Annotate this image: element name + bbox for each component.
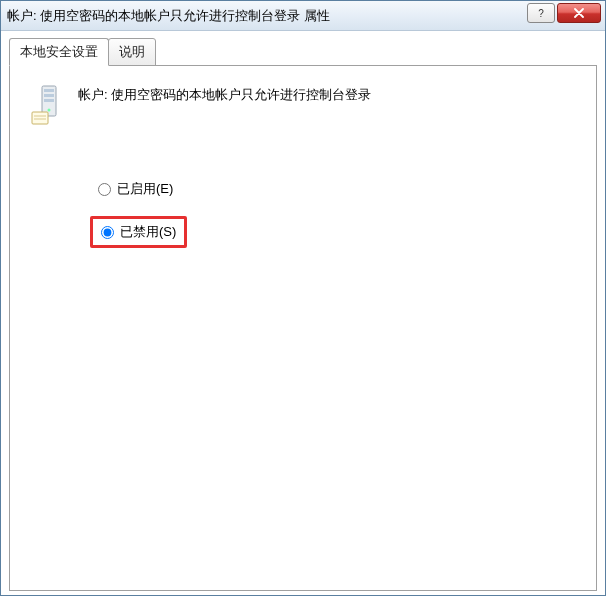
svg-rect-2 [44,94,54,97]
help-button[interactable]: ? [527,3,555,23]
titlebar-text: 帐户: 使用空密码的本地帐户只允许进行控制台登录 属性 [7,7,330,25]
svg-point-4 [48,109,51,112]
radio-enabled-input[interactable] [98,183,111,196]
radio-enabled[interactable]: 已启用(E) [90,176,576,202]
policy-title: 帐户: 使用空密码的本地帐户只允许进行控制台登录 [78,84,371,104]
tab-panel-security: 帐户: 使用空密码的本地帐户只允许进行控制台登录 已启用(E) 已禁用(S) [9,65,597,591]
policy-header: 帐户: 使用空密码的本地帐户只允许进行控制台登录 [30,84,576,128]
tab-strip: 本地安全设置 说明 [9,37,597,65]
titlebar[interactable]: 帐户: 使用空密码的本地帐户只允许进行控制台登录 属性 ? [1,1,605,31]
tab-security-settings[interactable]: 本地安全设置 [9,38,109,66]
svg-rect-3 [44,99,54,102]
svg-rect-5 [32,112,48,124]
content-area: 本地安全设置 说明 帐户: 使用空密码的本地帐户 [1,31,605,595]
radio-enabled-label: 已启用(E) [117,180,173,198]
radio-disabled-input[interactable] [101,226,114,239]
tab-description[interactable]: 说明 [108,38,156,66]
radio-group: 已启用(E) 已禁用(S) [90,176,576,258]
policy-server-icon [30,84,66,128]
properties-dialog: 帐户: 使用空密码的本地帐户只允许进行控制台登录 属性 ? 本地安全设置 说明 [0,0,606,596]
radio-disabled[interactable]: 已禁用(S) [90,216,187,248]
svg-rect-1 [44,89,54,92]
window-controls: ? [527,3,601,23]
help-icon: ? [538,8,544,19]
close-button[interactable] [557,3,601,23]
close-icon [573,8,585,18]
radio-disabled-label: 已禁用(S) [120,223,176,241]
